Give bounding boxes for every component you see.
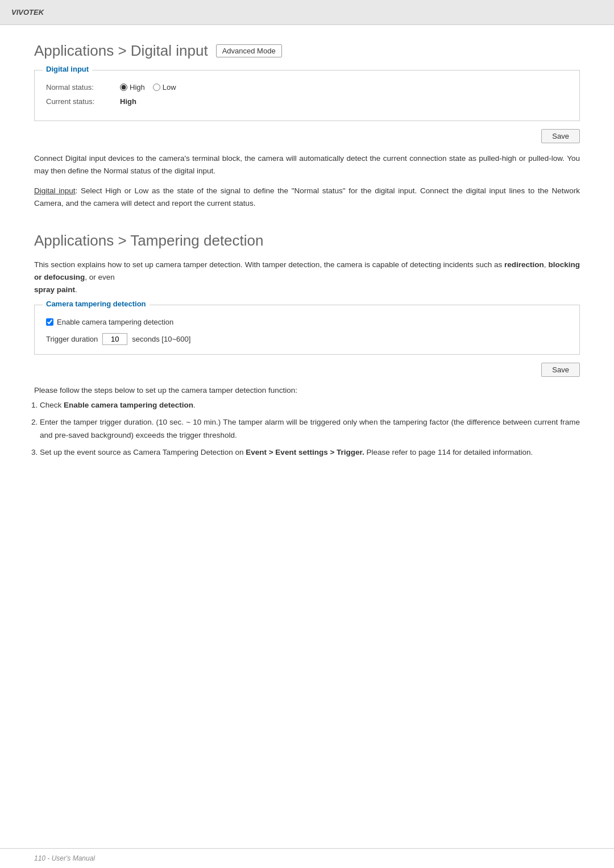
section1-title-row: Applications > Digital input Advanced Mo…	[34, 42, 580, 60]
enable-tampering-row: Enable camera tampering detection	[46, 318, 568, 326]
tampering-desc-end: .	[75, 285, 77, 294]
tampering-description: This section explains how to set up came…	[34, 259, 580, 296]
main-content: Applications > Digital input Advanced Mo…	[0, 25, 614, 848]
step-3: Set up the event source as Camera Tamper…	[40, 446, 580, 459]
tampering-panel: Camera tampering detection Enable camera…	[34, 305, 580, 355]
description2-prefix: Digital input	[34, 186, 76, 195]
digital-input-panel: Digital input Normal status: High	[34, 70, 580, 121]
steps-intro: Please follow the steps below to set up …	[34, 386, 580, 394]
tampering-mid1: ,	[544, 260, 546, 269]
radio-high-input[interactable]	[120, 84, 127, 91]
normal-status-label: Normal status:	[46, 83, 120, 92]
description-block-2: Digital input: Select High or Low as the…	[34, 185, 580, 209]
step3-bold: Event > Event settings > Trigger.	[246, 448, 364, 456]
save-button-1[interactable]: Save	[541, 129, 580, 143]
enable-tampering-label: Enable camera tampering detection	[57, 318, 173, 326]
advanced-mode-button[interactable]: Advanced Mode	[216, 44, 282, 57]
normal-status-radio-group: High Low	[120, 83, 176, 92]
radio-high-label[interactable]: High	[120, 83, 145, 92]
trigger-input[interactable]: 10	[102, 333, 127, 345]
radio-high-text: High	[130, 83, 145, 92]
current-status-value: High	[120, 97, 136, 106]
tampering-detection-section: Applications > Tampering detection This …	[34, 232, 580, 459]
header: VIVOTEK	[0, 0, 614, 25]
radio-low-input[interactable]	[153, 84, 160, 91]
steps-list: Check Enable camera tampering detection.…	[34, 399, 580, 459]
save-button-2[interactable]: Save	[541, 363, 580, 377]
digital-input-panel-body: Normal status: High Low	[35, 70, 579, 121]
tampering-panel-legend: Camera tampering detection	[43, 300, 150, 308]
description1-text: Connect Digital input devices to the cam…	[34, 154, 580, 175]
description2-body: : Select High or Low as the state of the…	[34, 186, 580, 207]
brand-logo: VIVOTEK	[11, 8, 44, 16]
description-block-1: Connect Digital input devices to the cam…	[34, 152, 580, 177]
section2-title: Applications > Tampering detection	[34, 232, 580, 250]
step-1: Check Enable camera tampering detection.	[40, 399, 580, 412]
trigger-label: Trigger duration	[46, 335, 98, 343]
step1-bold: Enable camera tampering detection	[64, 401, 193, 409]
trigger-duration-row: Trigger duration 10 seconds [10~600]	[46, 333, 568, 345]
digital-input-section: Applications > Digital input Advanced Mo…	[34, 42, 580, 209]
current-status-row: Current status: High	[46, 97, 568, 106]
digital-input-panel-legend: Digital input	[43, 65, 92, 73]
step-2: Enter the tamper trigger duration. (10 s…	[40, 416, 580, 442]
tampering-mid2: , or even	[85, 273, 115, 281]
tampering-bold1: redirection	[504, 260, 544, 269]
tampering-bold3: spray paint	[34, 285, 75, 294]
current-status-label: Current status:	[46, 97, 120, 106]
normal-status-row: Normal status: High Low	[46, 83, 568, 92]
save-row-1: Save	[34, 129, 580, 143]
radio-low-text: Low	[163, 83, 176, 92]
footer-text: 110 - User's Manual	[34, 854, 95, 862]
save-row-2: Save	[34, 363, 580, 377]
footer: 110 - User's Manual	[0, 848, 614, 868]
radio-low-label[interactable]: Low	[153, 83, 176, 92]
enable-tampering-checkbox[interactable]	[46, 318, 53, 326]
tampering-panel-body: Enable camera tampering detection Trigge…	[35, 305, 579, 354]
trigger-unit: seconds [10~600]	[132, 335, 190, 343]
section1-title: Applications > Digital input	[34, 42, 208, 60]
tampering-desc-text: This section explains how to set up came…	[34, 260, 502, 269]
